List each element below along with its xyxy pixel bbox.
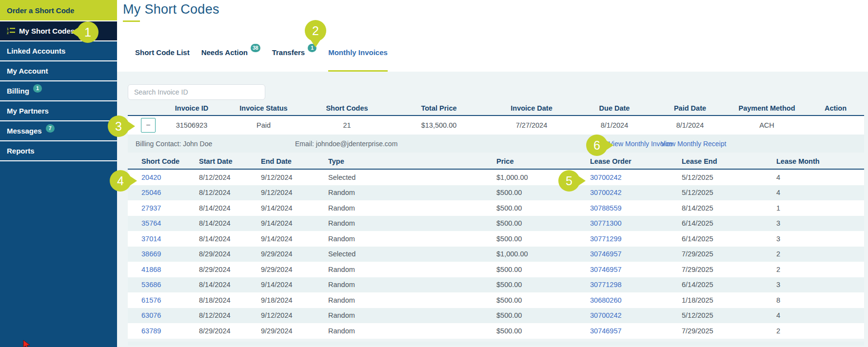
tab-label: Transfers [272,48,305,57]
short-code-link[interactable]: 37014 [141,235,161,243]
title-underline [123,20,140,22]
lease-order-link[interactable]: 30700242 [590,311,622,319]
sidebar-item-billing[interactable]: Billing 1 [0,81,117,101]
count-badge: 7 [46,124,55,133]
invoice-table-header: Invoice ID Invoice Status Short Codes To… [128,101,864,116]
lease-month-cell: 4 [776,311,864,319]
short-code-link[interactable]: 25046 [141,189,161,196]
start-date-cell: 8/29/2024 [199,250,261,258]
lease-end-cell: 6/14/2025 [682,281,776,289]
lease-end-cell: 6/14/2025 [682,219,776,227]
lease-end-cell: 7/29/2025 [682,250,776,258]
short-code-link[interactable]: 20420 [141,174,161,181]
lease-order-link[interactable]: 30746957 [590,327,622,335]
type-cell: Selected [328,250,496,258]
type-cell: Random [328,296,496,304]
column-header: Lease Month [776,157,864,165]
sidebar-item-reports[interactable]: Reports [0,141,117,161]
payment-method-cell: ACH [727,121,807,129]
step-marker-1: 1 [77,21,99,43]
svg-text:2: 2 [7,31,9,35]
table-row: 53686 8/14/2024 9/14/2024 Random $500.00… [128,277,864,293]
sidebar-item-my-short-codes[interactable]: 1 2 My Short Codes 39 [0,21,117,41]
billing-email: Email: johndoe@jdenterprise.com [295,140,397,148]
count-badge: 1 [33,84,42,93]
collapse-invoice-button[interactable]: − [141,118,156,133]
sidebar-item-label: Billing [7,87,29,95]
column-header: Paid Date [653,104,727,112]
sidebar-item-label: Messages [7,127,42,135]
lease-order-link[interactable]: 30746957 [590,250,622,258]
paid-date-cell: 8/1/2024 [653,121,727,129]
search-invoice-input[interactable] [128,84,265,100]
lease-order-link[interactable]: 30771299 [590,235,622,243]
step-marker-5: 5 [558,170,580,192]
lease-order-link[interactable]: 30771298 [590,281,622,289]
sidebar-item-label: Linked Accounts [7,47,65,55]
type-cell: Random [328,204,496,212]
end-date-cell: 9/12/2024 [261,174,328,181]
short-code-link[interactable]: 53686 [141,281,161,289]
column-header: Total Price [390,104,488,112]
short-code-link[interactable]: 27937 [141,204,161,212]
short-code-link[interactable]: 61576 [141,296,161,304]
svg-text:1: 1 [7,27,9,31]
table-row: 63076 8/12/2024 9/12/2024 Random $500.00… [128,308,864,324]
lease-order-link[interactable]: 30746957 [590,266,622,273]
view-monthly-receipt-link[interactable]: View Monthly Receipt [661,140,726,148]
lease-month-cell: 8 [776,296,864,304]
column-header: Price [496,157,590,165]
start-date-cell: 8/12/2024 [199,311,261,319]
price-cell: $500.00 [496,296,590,304]
table-row: 27937 8/14/2024 9/14/2024 Random $500.00… [128,200,864,216]
end-date-cell: 9/29/2024 [261,250,328,258]
lease-order-link[interactable]: 30680260 [590,296,622,304]
lease-month-cell: 4 [776,174,864,181]
sidebar-item-linked-accounts[interactable]: Linked Accounts [0,41,117,61]
lease-order-link[interactable]: 30771300 [590,219,622,227]
step-marker-3: 3 [108,116,129,137]
column-header: Due Date [575,104,653,112]
short-code-link[interactable]: 35764 [141,219,161,227]
sidebar-item-label: My Short Codes [19,27,75,35]
column-header: Invoice ID [160,104,223,112]
tab-short-code-list[interactable]: Short Code List [135,48,190,72]
end-date-cell: 9/12/2024 [261,311,328,319]
table-row: 20420 8/12/2024 9/12/2024 Selected $1,00… [128,170,864,185]
start-date-cell: 8/14/2024 [199,204,261,212]
end-date-cell: 9/14/2024 [261,281,328,289]
short-code-link[interactable]: 63789 [141,327,161,335]
sidebar-item-label: My Account [7,67,48,75]
start-date-cell: 8/12/2024 [199,174,261,181]
lease-end-cell: 1/18/2025 [682,296,776,304]
column-header: Action [807,104,864,112]
short-code-link[interactable]: 38669 [141,250,161,258]
lease-end-cell: 7/29/2025 [682,327,776,335]
short-code-link[interactable]: 41868 [141,266,161,273]
end-date-cell: 9/18/2024 [261,296,328,304]
type-cell: Random [328,189,496,196]
lease-month-cell: 3 [776,219,864,227]
order-short-code-button[interactable]: Order a Short Code [0,0,117,21]
short-code-link[interactable]: 63076 [141,311,161,319]
type-cell: Random [328,266,496,273]
step-marker-6: 6 [586,135,608,156]
tab-monthly-invoices[interactable]: Monthly Invoices [328,48,388,72]
type-cell: Random [328,327,496,335]
sidebar-item-messages[interactable]: Messages 7 [0,121,117,141]
sidebar-item-my-account[interactable]: My Account [0,61,117,81]
lease-month-cell: 3 [776,235,864,243]
tab-needs-action[interactable]: Needs Action 38 [201,48,260,72]
lease-order-link[interactable]: 30700242 [590,174,622,181]
end-date-cell: 9/12/2024 [261,189,328,196]
lease-order-link[interactable]: 30788559 [590,204,622,212]
price-cell: $500.00 [496,204,590,212]
start-date-cell: 8/14/2024 [199,281,261,289]
tab-label: Needs Action [201,48,248,57]
lease-order-link[interactable]: 30700242 [590,189,622,196]
invoice-id-cell: 31506923 [160,121,223,129]
sidebar-item-my-partners[interactable]: My Partners [0,101,117,121]
tab-transfers[interactable]: Transfers 1 [272,48,317,72]
table-row: 63789 8/29/2024 9/29/2024 Random $500.00… [128,323,864,339]
mouse-cursor [22,340,33,347]
